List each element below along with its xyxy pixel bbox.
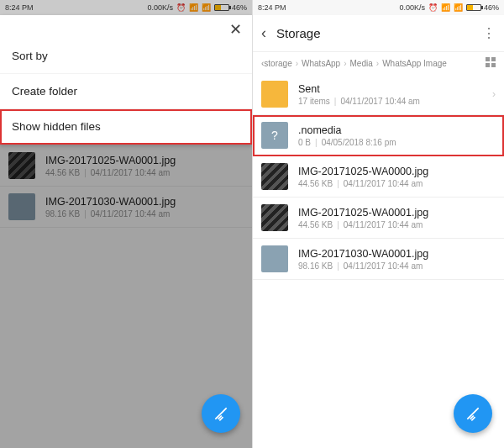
broom-icon: [465, 405, 481, 422]
chevron-right-icon: ›: [492, 88, 496, 100]
item-meta: 0 B|04/05/2018 8:16 pm: [298, 138, 396, 147]
overflow-menu: ✕ Sort by Create folder Show hidden file…: [0, 15, 252, 145]
item-name: IMG-20171025-WA0001.jpg: [298, 207, 428, 219]
left-pane: 8:24 PM 0.00K/s ⏰ 📶 📶 46% IMG-20171025-W…: [0, 0, 252, 448]
battery-icon: [466, 4, 481, 11]
item-meta: 17 items|04/11/2017 10:44 am: [298, 97, 420, 106]
folder-row[interactable]: Sent 17 items|04/11/2017 10:44 am ›: [253, 74, 504, 115]
right-pane: 8:24 PM 0.00K/s ⏰ 📶 📶 46% ‹ Storage ⋮ ‹ …: [252, 0, 504, 448]
file-row-nomedia[interactable]: ? .nomedia 0 B|04/05/2018 8:16 pm: [253, 115, 504, 156]
broom-icon: [213, 405, 229, 422]
status-bar-right: 8:24 PM 0.00K/s ⏰ 📶 📶 46%: [253, 0, 504, 15]
menu-show-hidden[interactable]: Show hidden files: [0, 109, 252, 145]
view-grid-button[interactable]: [486, 57, 496, 69]
item-meta: 98.16 KB|04/11/2017 10:44 am: [298, 261, 428, 271]
close-icon: ✕: [229, 21, 242, 38]
battery-pct: 46%: [484, 3, 499, 12]
item-name: IMG-20171025-WA0000.jpg: [298, 166, 428, 177]
item-name: .nomedia: [298, 124, 396, 136]
thumbnail-icon: [261, 204, 288, 231]
fab-clean-button[interactable]: [202, 394, 240, 433]
crumb[interactable]: Media: [350, 59, 373, 68]
data-speed: 0.00K/s: [399, 3, 425, 12]
app-bar: ‹ Storage ⋮: [253, 15, 504, 52]
item-meta: 44.56 KB|04/11/2017 10:44 am: [298, 179, 428, 188]
item-name: Sent: [298, 83, 420, 95]
signal-icon: 📶: [454, 3, 463, 12]
wifi-icon: 📶: [441, 3, 450, 12]
clock: 8:24 PM: [258, 3, 286, 12]
svg-rect-3: [491, 63, 496, 67]
file-row[interactable]: IMG-20171030-WA0001.jpg 98.16 KB|04/11/2…: [253, 239, 504, 280]
svg-rect-0: [486, 57, 490, 61]
crumb[interactable]: storage: [264, 59, 291, 68]
file-row[interactable]: IMG-20171025-WA0001.jpg 44.56 KB|04/11/2…: [253, 198, 504, 239]
crumb[interactable]: WhatsApp Image: [382, 59, 447, 68]
overflow-button[interactable]: ⋮: [482, 25, 496, 41]
svg-rect-1: [491, 57, 496, 61]
thumbnail-icon: [261, 163, 288, 190]
item-meta: 44.56 KB|04/11/2017 10:44 am: [298, 220, 428, 229]
menu-create-folder[interactable]: Create folder: [0, 74, 252, 109]
folder-icon: [261, 81, 288, 108]
breadcrumb[interactable]: ‹ storage› WhatsApp› Media› WhatsApp Ima…: [253, 52, 504, 74]
thumbnail-icon: [261, 245, 288, 272]
crumb[interactable]: WhatsApp: [302, 59, 340, 68]
file-row[interactable]: IMG-20171025-WA0000.jpg 44.56 KB|04/11/2…: [253, 156, 504, 198]
alarm-icon: ⏰: [428, 3, 438, 12]
unknown-file-icon: ?: [261, 122, 288, 149]
fab-clean-button[interactable]: [454, 394, 492, 433]
item-name: IMG-20171030-WA0001.jpg: [298, 248, 428, 260]
svg-rect-2: [486, 63, 490, 67]
menu-sort-by[interactable]: Sort by: [0, 39, 252, 74]
back-button[interactable]: ‹: [261, 24, 266, 42]
page-title: Storage: [276, 26, 482, 40]
close-button[interactable]: ✕: [0, 15, 252, 39]
